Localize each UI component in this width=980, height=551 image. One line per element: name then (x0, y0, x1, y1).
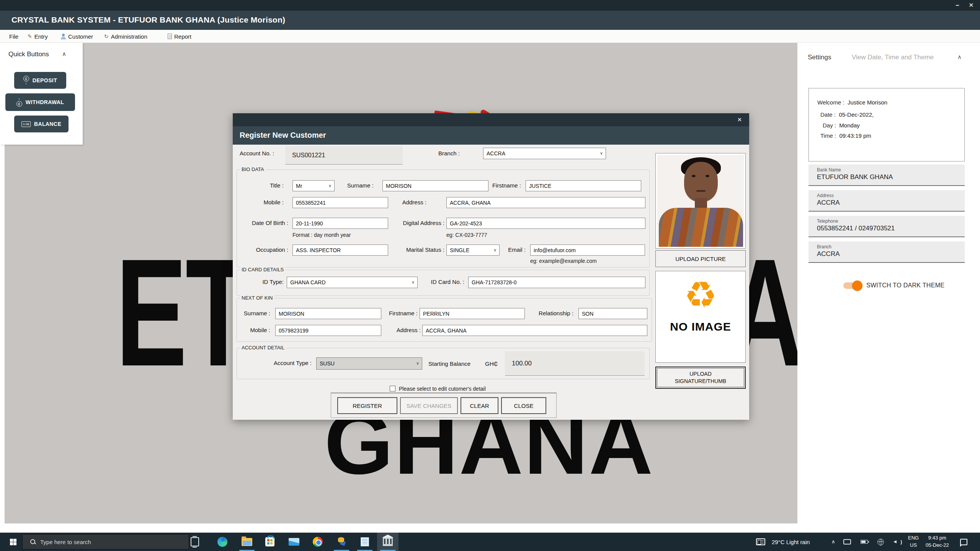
tray-volume[interactable] (893, 533, 901, 551)
email-hint: eg: example@example.com (530, 258, 597, 264)
kin-surname-label: Surname : (237, 310, 270, 316)
clock[interactable]: 9:43 pm05-Dec-22 (926, 533, 949, 551)
menu-entry-label: Entry (34, 33, 48, 40)
battery-icon (861, 540, 868, 544)
menu-customer[interactable]: Customer (60, 30, 93, 43)
edit-customer-checkbox[interactable] (390, 386, 395, 391)
file-explorer-icon (242, 538, 252, 546)
tray-display[interactable] (843, 533, 851, 551)
branch-select[interactable]: ACCRA (483, 148, 606, 159)
store-icon (265, 537, 274, 546)
id-type-select[interactable]: GHANA CARD (287, 277, 418, 288)
weather-text: 29°C Light rain (772, 539, 810, 545)
taskbar-file-explorer[interactable] (236, 533, 258, 551)
action-center-icon (960, 539, 967, 545)
welcome-line: Welcome : Justice Morison (817, 99, 887, 106)
news-widget[interactable] (756, 533, 765, 551)
register-button[interactable]: REGISTER (337, 397, 397, 414)
close-dialog-button[interactable]: CLOSE (501, 397, 546, 414)
taskbar-mail[interactable] (283, 533, 305, 551)
id-card-group: ID CARD DETAILS ID Type: GHANA CARD ID C… (237, 270, 650, 296)
upload-signature-line2: SIGNATURE/THUMB (675, 378, 726, 385)
quick-buttons-panel: Quick Buttons ∧ ₵↓ DEPOSIT ↑₵ WITHDRAWAL… (0, 43, 83, 145)
menu-report[interactable]: Report (168, 30, 191, 43)
tray-network[interactable] (877, 533, 884, 551)
taskbar-database-tool[interactable] (331, 533, 352, 551)
screen: – ✕ CRYSTAL BANK SYSTEM - ETUFUOR BANK G… (0, 0, 980, 551)
kin-address-input[interactable]: ACCRA, GHANA (422, 325, 647, 336)
surname-input[interactable]: MORISON (382, 180, 488, 191)
dark-theme-toggle[interactable] (843, 282, 861, 289)
account-type-select[interactable]: SUSU (316, 357, 422, 370)
account-no-field[interactable]: SUS001221 (285, 146, 403, 165)
title-bar: CRYSTAL BANK SYSTEM - ETUFUOR BANK GHANA… (0, 11, 980, 30)
dob-input[interactable]: 20-11-1990 (292, 218, 388, 229)
id-card-no-input[interactable]: GHA-717283728-0 (468, 277, 645, 288)
menu-file[interactable]: File (9, 30, 18, 43)
upload-signature-button[interactable]: UPLOAD SIGNATURE/THUMB (655, 367, 746, 389)
withdrawal-button[interactable]: ↑₵ WITHDRAWAL (5, 93, 75, 111)
kin-firstname-input[interactable]: PERRILYN (420, 308, 525, 319)
tray-chevron[interactable]: ∧ (831, 533, 835, 551)
administration-icon: ↻ (104, 33, 109, 39)
bio-data-legend: BIO DATA (240, 166, 266, 172)
dialog-top-strip: ✕ (233, 113, 749, 126)
deposit-icon: ₵↓ (23, 76, 29, 85)
clock-time: 9:43 pm (926, 535, 949, 542)
menu-administration[interactable]: ↻Administration (104, 30, 147, 43)
action-center[interactable] (960, 533, 967, 551)
email-input[interactable]: info@etufuor.com (530, 245, 645, 256)
clear-button[interactable]: CLEAR (461, 397, 498, 414)
clock-date: 05-Dec-22 (926, 542, 949, 549)
edge-icon (217, 537, 227, 547)
date-value: 05-Dec-2022, (839, 111, 874, 118)
dialog-close-icon[interactable]: ✕ (735, 116, 745, 124)
taskbar-store[interactable] (259, 533, 281, 551)
date-label: Date : (820, 111, 836, 118)
mobile-input[interactable]: 0553852241 (292, 197, 388, 208)
taskbar-edge[interactable] (212, 533, 233, 551)
settings-collapse-icon[interactable]: ∧ (957, 54, 962, 60)
starting-balance-field[interactable]: 100.00 (505, 351, 645, 376)
title-label: Title : (245, 182, 284, 189)
firstname-input[interactable]: JUSTICE (526, 180, 641, 191)
minimize-button[interactable]: – (952, 1, 963, 10)
deposit-button[interactable]: ₵↓ DEPOSIT (14, 72, 66, 89)
address-input[interactable]: ACCRA, GHANA (446, 197, 645, 208)
menu-customer-label: Customer (68, 33, 93, 40)
dialog-title: Register New Customer (240, 131, 326, 140)
kin-relationship-input[interactable]: SON (578, 308, 647, 319)
signature-frame: ♻ NO IMAGE (655, 271, 746, 363)
kin-surname-input[interactable]: MORISON (275, 308, 381, 319)
start-button[interactable] (5, 533, 21, 551)
bank-telephone-field[interactable]: Telephone 0553852241 / 0249703521 (808, 216, 965, 237)
bank-branch-field[interactable]: Branch ACCRA (808, 241, 965, 263)
taskbar-bank-app[interactable] (377, 533, 399, 551)
recycle-icon: ♻ (684, 277, 717, 313)
save-changes-button[interactable]: SAVE CHANGES (400, 397, 458, 414)
bank-address-field[interactable]: Address ACCRA (808, 190, 965, 212)
balance-button[interactable]: 0.0$ BALANCE (14, 116, 69, 132)
digital-address-input[interactable]: GA-202-4523 (446, 218, 645, 229)
language-indicator[interactable]: ENGUS (908, 533, 919, 551)
bank-app-icon (383, 538, 393, 546)
menu-file-label: File (9, 33, 18, 40)
taskbar-chrome[interactable] (307, 533, 328, 551)
account-detail-group: ACCOUNT DETAIL Account Type : SUSU Start… (237, 348, 650, 379)
bank-name-field[interactable]: Bank Name ETUFUOR BANK GHANA (808, 165, 965, 186)
tray-battery[interactable] (861, 533, 868, 551)
title-select[interactable]: Mr (292, 180, 335, 191)
menu-report-label: Report (174, 33, 191, 40)
task-view-icon[interactable] (191, 537, 199, 546)
chevron-up-icon[interactable]: ∧ (62, 51, 66, 57)
close-button[interactable]: ✕ (965, 1, 977, 10)
upload-picture-button[interactable]: UPLOAD PICTURE (655, 250, 746, 267)
menu-entry[interactable]: ✎Entry (28, 30, 48, 43)
kin-mobile-input[interactable]: 0579823199 (275, 325, 381, 336)
occupation-input[interactable]: ASS. INSPECTOR (292, 245, 388, 256)
surname-label: Surname : (335, 182, 374, 189)
display-icon (843, 539, 851, 544)
weather-widget[interactable]: 29°C Light rain (772, 533, 810, 551)
taskbar-search[interactable]: Type here to search (22, 534, 189, 549)
taskbar-notepad[interactable] (354, 533, 376, 551)
